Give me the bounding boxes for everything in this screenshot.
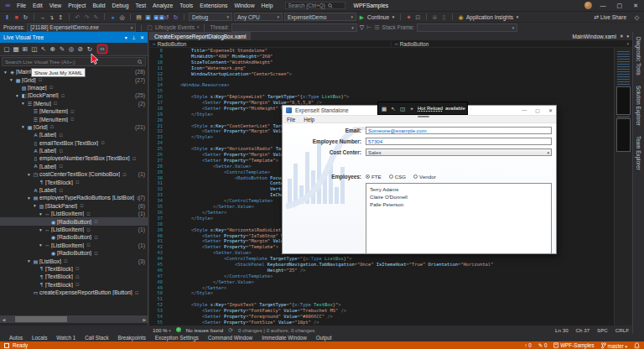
collapse-chevron-icon[interactable]: ‹ <box>468 105 475 112</box>
radio-option-csg[interactable]: CSG <box>389 174 406 180</box>
app-close-button[interactable]: ✕ <box>548 107 553 113</box>
redo-icon[interactable]: ↻ <box>172 13 179 21</box>
tree-item[interactable]: ▯employeeNumberTextBox [TextBox]⊡ <box>0 154 148 162</box>
tree-item[interactable]: A[Label]⊡ <box>0 163 148 170</box>
bookmark-icon[interactable]: ▯ <box>440 13 448 21</box>
tree-item[interactable]: ▾▤employeeTypeRadioButtons [ListBox]⊡(7) <box>0 194 148 201</box>
list-item[interactable]: Palle Peterson <box>366 201 551 208</box>
tree-item[interactable]: ▨[Image]⊡ <box>0 84 148 91</box>
save-all-icon[interactable]: ▣▣ <box>153 13 161 21</box>
menu-file[interactable]: File <box>13 3 29 8</box>
bottom-tab-immediate-window[interactable]: Immediate Window <box>257 335 311 341</box>
employee-name-list[interactable]: Terry AdamsClaire O'DonnellPalle Peterso… <box>366 183 552 253</box>
bottom-tab-locals[interactable]: Locals <box>28 335 51 341</box>
bottom-tab-output[interactable]: Output <box>312 335 336 341</box>
configuration-dropdown[interactable]: Debug▾ <box>189 13 232 21</box>
menu-project[interactable]: Project <box>65 3 89 8</box>
employee-number-field[interactable]: 57304 <box>366 138 552 145</box>
tree-item[interactable]: ▾↔[ListBoxItem]⊡(1) <box>0 210 148 217</box>
horizontal-scrollbar[interactable]: ◀ ▶ <box>0 315 148 323</box>
tree-item[interactable]: ¶[TextBlock]⊡ <box>0 265 148 273</box>
tab-create-expense-report-dialog[interactable]: CreateExpenseReportDialogBox.xaml <box>149 32 251 40</box>
tree-item[interactable]: ▭createExpenseReportButton [Button]⊡ <box>0 289 148 296</box>
bottom-tab-command-window[interactable]: Command Window <box>204 335 257 341</box>
app-minimize-button[interactable]: — <box>522 107 527 113</box>
expander-icon[interactable]: ▾ <box>38 227 44 232</box>
notifications-bell-icon[interactable] <box>634 342 640 349</box>
expander-icon[interactable]: ▾ <box>20 124 26 129</box>
intellitrace-icon[interactable]: ● <box>109 13 117 21</box>
scroll-left-icon[interactable]: ◀ <box>0 317 8 322</box>
expander-icon[interactable]: ▾ <box>26 195 32 201</box>
bottom-tab-autos[interactable]: Autos <box>5 335 27 341</box>
step-into-icon[interactable]: ↴ <box>48 13 55 21</box>
element-dropdown-left[interactable]: ‹›RadioButton <box>149 41 391 47</box>
radio-option-vendor[interactable]: Vendor <box>413 174 436 180</box>
spaces-indicator[interactable]: SPC <box>597 327 608 333</box>
app-menu-help[interactable]: Help <box>304 117 314 122</box>
tree-item[interactable]: ◉[RadioButton]⊡ <box>0 217 148 225</box>
visual-tree[interactable]: ▾◈[MainWindow]⊡(28)▾▦[Grid]⊡(27)▨[Image]… <box>0 68 148 314</box>
eol-indicator[interactable]: CRLF <box>615 327 629 333</box>
track-focused-icon[interactable]: ◎ <box>67 45 75 53</box>
startup-project-dropdown[interactable]: ExpenseItDemo▾ <box>284 13 356 21</box>
live-visual-tree-header[interactable]: Live Visual Tree ▾ ⊥ ✕ <box>0 32 148 43</box>
cost-center-dropdown[interactable]: Sales▾ <box>366 148 552 156</box>
expander-icon[interactable]: ▾ <box>38 242 44 247</box>
pen-icon[interactable]: ✎ <box>92 13 100 21</box>
restart-icon[interactable]: ↻ <box>22 13 29 21</box>
radio-option-fte[interactable]: FTE <box>366 174 382 180</box>
platform-dropdown[interactable]: Any CPU▾ <box>234 13 283 21</box>
expander-icon[interactable]: ▾ <box>32 203 38 208</box>
tree-item[interactable]: ▾↔[ListBoxItem]⊡(1) <box>0 226 148 233</box>
menu-window[interactable]: Window <box>231 3 257 8</box>
select-element-icon[interactable]: ↖ <box>39 45 48 53</box>
tree-item[interactable]: A[Label]⊡ <box>0 147 148 154</box>
tree-item[interactable]: ▾▦[Grid]⊡(21) <box>0 123 148 131</box>
navigate-back-icon[interactable]: ↶ <box>74 13 81 21</box>
menu-view[interactable]: View <box>46 3 65 8</box>
stack-frame-dropdown[interactable]: ▾ <box>417 23 517 32</box>
side-tab-solution-explorer[interactable]: Solution Explorer <box>636 86 641 126</box>
tree-item[interactable]: ¶[TextBlock]⊡ <box>0 281 148 289</box>
undo-icon[interactable]: ↺ <box>163 13 170 21</box>
bottom-tab-call-stack[interactable]: Call Stack <box>80 335 112 341</box>
tree-item[interactable]: ◉[RadioButton]⊡ <box>0 233 148 241</box>
tree-item[interactable]: ¶[TextBlock]⊡ <box>0 273 148 280</box>
tree-item[interactable]: ▾☰[Menu]⊡(2) <box>0 100 148 107</box>
disable-selection-icon[interactable]: ⊘ <box>76 45 85 53</box>
expander-icon[interactable]: ▾ <box>26 172 32 177</box>
chevron-down-icon[interactable]: ▾ <box>197 23 200 31</box>
bottom-tab-breakpoints[interactable]: Breakpoints <box>114 335 150 341</box>
tab-list-chevron-icon[interactable]: ▾ <box>626 34 629 39</box>
zoom-level-dropdown[interactable]: 100 % ▾ <box>153 327 171 333</box>
pin-icon[interactable]: ⊥ <box>132 34 136 40</box>
show-just-my-xaml-icon[interactable]: ‹› <box>98 45 106 53</box>
tree-item[interactable]: ▾◧[DockPanel]⊡(25) <box>0 91 148 99</box>
process-dropdown[interactable]: [21188] ExpenseItDemo.exe▾ <box>27 23 136 32</box>
tree-item[interactable]: A[Label]⊡ <box>0 131 148 138</box>
chevron-down-icon[interactable]: ▾ <box>515 13 520 21</box>
expander-icon[interactable]: ▾ <box>8 77 14 82</box>
menu-help[interactable]: Help <box>258 3 277 8</box>
window-position-icon[interactable]: ▾ <box>125 34 127 40</box>
menu-debug[interactable]: Debug <box>109 3 132 8</box>
tree-item[interactable]: ▾▤[ListBox]⊡(3) <box>0 257 148 264</box>
scrollbar-thumb[interactable] <box>15 316 67 322</box>
email-field[interactable]: Someone@example.com <box>366 127 552 134</box>
outgoing-commits-indicator[interactable]: ↑ 0 <box>524 342 531 348</box>
chevron-down-icon[interactable]: ▾ <box>626 41 629 46</box>
tree-item[interactable]: ▾▥[StackPanel]⊡(6) <box>0 202 148 210</box>
app-menu-file[interactable]: File <box>287 117 295 122</box>
feedback-pin-icon[interactable]: ◇ <box>633 13 641 21</box>
save-icon[interactable]: ▣ <box>144 13 152 21</box>
live-share-button[interactable]: Live Share <box>600 14 626 20</box>
expand-tree-icon[interactable]: ⊞ <box>21 45 29 53</box>
stop-icon[interactable]: ■ <box>13 13 20 21</box>
continue-play-icon[interactable]: ▶ <box>358 13 366 21</box>
collapse-pane-icon[interactable]: ▢ <box>3 45 11 53</box>
tree-item[interactable]: ▯emailTextBox [TextBox]⊡ <box>0 139 148 147</box>
tree-item[interactable]: ☰[MenuItem]⊡ <box>0 115 148 122</box>
expander-icon[interactable]: ▾ <box>20 101 26 106</box>
list-item[interactable]: Terry Adams <box>366 185 551 193</box>
